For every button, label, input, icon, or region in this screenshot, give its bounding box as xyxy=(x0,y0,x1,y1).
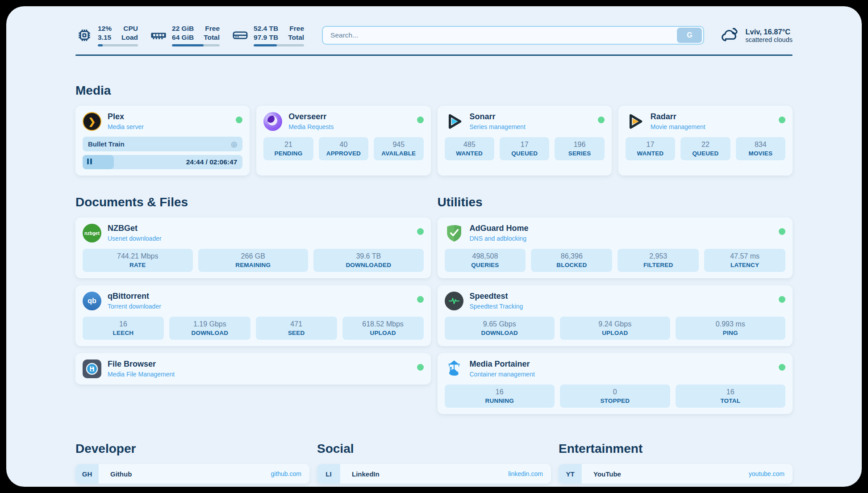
memory-progress-bar xyxy=(172,44,220,46)
status-online-dot xyxy=(417,117,424,123)
link-abbr-badge: YT xyxy=(559,464,582,484)
playback-progress-bar: 24:44 / 02:06:47 xyxy=(83,155,242,169)
search-bar[interactable]: G xyxy=(322,26,704,45)
disk-free-label: Free xyxy=(288,24,304,33)
section-title-social: Social xyxy=(317,442,551,456)
stat-label: RUNNING xyxy=(447,397,552,404)
weather-widget: Lviv, 16.87°C scattered clouds xyxy=(720,26,793,44)
stat-label: MOVIES xyxy=(739,150,783,157)
search-engine-button[interactable]: G xyxy=(677,28,702,43)
app-card-radarr[interactable]: Radarr Movie management 17 WANTED 22 QUE… xyxy=(618,106,793,175)
stat-value: 17 xyxy=(628,141,672,149)
disk-free-value: 52.4 TB xyxy=(254,24,278,33)
memory-total-label: Total xyxy=(204,33,220,42)
dashboard-panel: 12% 3.15 CPU Load xyxy=(6,6,862,487)
stat-label: QUERIES xyxy=(447,262,523,268)
stat-value: 17 xyxy=(502,141,547,149)
adguard-icon xyxy=(445,224,463,242)
stat-label: SERIES xyxy=(557,150,601,157)
link-name: YouTube xyxy=(593,470,749,478)
cpu-load-value: 3.15 xyxy=(98,33,112,42)
stat-download: 1.19 Gbps DOWNLOAD xyxy=(169,317,250,340)
stat-label: AVAILABLE xyxy=(376,150,421,157)
section-title-documents: Documents & Files xyxy=(75,195,431,209)
playback-progress-elapsed xyxy=(83,155,114,169)
app-card-filebrowser[interactable]: File Browser Media File Management xyxy=(75,353,431,384)
section-title-media: Media xyxy=(75,84,793,98)
stat-rate: 744.21 Mbps RATE xyxy=(83,249,193,272)
status-online-dot xyxy=(779,296,785,303)
cpu-icon xyxy=(75,26,93,44)
stat-label: QUEUED xyxy=(683,150,727,157)
app-subtitle-portainer: Container management xyxy=(470,371,779,378)
stat-value: 266 GB xyxy=(201,252,306,260)
search-input[interactable] xyxy=(324,31,677,39)
radarr-icon xyxy=(626,112,644,131)
app-card-sonarr[interactable]: Sonarr Series management 485 WANTED 17 Q… xyxy=(438,106,612,175)
header-divider xyxy=(75,54,793,56)
app-subtitle-plex: Media server xyxy=(108,123,236,130)
app-card-overseerr[interactable]: Overseerr Media Requests 21 PENDING 40 A… xyxy=(256,106,430,175)
now-playing-row: Bullet Train ◎ xyxy=(83,137,242,151)
link-linkedin[interactable]: LI LinkedIn linkedin.com xyxy=(317,464,551,484)
link-github[interactable]: GH Github github.com xyxy=(75,464,309,484)
stat-upload: 618.52 Mbps UPLOAD xyxy=(342,317,424,340)
app-card-nzbget[interactable]: nzbget NZBGet Usenet downloader 744.21 M… xyxy=(75,217,431,278)
app-card-portainer[interactable]: Media Portainer Container management 16 … xyxy=(438,353,793,414)
stat-value: 498,508 xyxy=(447,252,523,260)
section-developer: Developer GH Github github.com SO StackO… xyxy=(75,442,309,487)
stat-label: QUEUED xyxy=(502,150,547,157)
memory-free-label: Free xyxy=(204,24,220,33)
app-name-sonarr: Sonarr xyxy=(470,112,598,122)
app-subtitle-radarr: Movie management xyxy=(651,123,779,130)
stat-value: 2,953 xyxy=(620,252,696,260)
section-title-developer: Developer xyxy=(75,442,309,456)
app-name-plex: Plex xyxy=(108,112,236,122)
stat-label: PENDING xyxy=(266,150,310,157)
stat-download: 9.65 Gbps DOWNLOAD xyxy=(445,317,555,340)
stat-queued: 22 QUEUED xyxy=(680,137,730,160)
section-entertainment: Entertainment YT YouTube youtube.com NF … xyxy=(559,442,793,487)
cpu-widget: 12% 3.15 CPU Load xyxy=(75,24,138,46)
stat-approved: 40 APPROVED xyxy=(319,137,368,160)
stat-value: 0 xyxy=(563,388,668,396)
link-name: Github xyxy=(110,470,271,478)
app-card-adguard[interactable]: AdGuard Home DNS and adblocking 498,508 … xyxy=(438,217,793,278)
memory-free-value: 22 GiB xyxy=(172,24,194,33)
stat-wanted: 485 WANTED xyxy=(445,137,494,160)
stat-value: 618.52 Mbps xyxy=(345,320,421,328)
stat-label: LEECH xyxy=(85,330,161,336)
app-card-speedtest[interactable]: Speedtest Speedtest Tracking 9.65 Gbps D… xyxy=(438,285,793,346)
app-name-portainer: Media Portainer xyxy=(470,359,779,369)
stat-latency: 47.57 ms LATENCY xyxy=(704,249,785,272)
cpu-usage-label: CPU xyxy=(121,24,138,33)
stat-label: REMAINING xyxy=(201,262,306,268)
stat-value: 16 xyxy=(447,388,552,396)
disk-total-label: Total xyxy=(288,33,304,42)
stat-value: 1.19 Gbps xyxy=(172,320,248,328)
section-title-entertainment: Entertainment xyxy=(559,442,793,456)
disk-widget: 52.4 TB 97.9 TB Free Total xyxy=(231,24,304,46)
qbittorrent-icon: qb xyxy=(83,292,101,310)
status-online-dot xyxy=(779,228,785,235)
stat-value: 47.57 ms xyxy=(707,252,783,260)
stat-ping: 0.993 ms PING xyxy=(676,317,786,340)
app-card-plex[interactable]: ❯ Plex Media server Bullet Train ◎ xyxy=(75,106,250,175)
stat-blocked: 86,396 BLOCKED xyxy=(531,249,612,272)
stat-label: DOWNLOAD xyxy=(447,330,552,336)
stat-value: 39.6 TB xyxy=(316,252,421,260)
weather-condition: scattered clouds xyxy=(745,36,793,43)
link-url: linkedin.com xyxy=(508,470,543,477)
link-youtube[interactable]: YT YouTube youtube.com xyxy=(559,464,793,484)
stat-value: 16 xyxy=(678,388,783,396)
app-name-nzbget: NZBGet xyxy=(108,224,417,234)
status-online-dot xyxy=(417,296,424,303)
stat-label: WANTED xyxy=(628,150,672,157)
stat-downloaded: 39.6 TB DOWNLOADED xyxy=(313,249,424,272)
stat-remaining: 266 GB REMAINING xyxy=(198,249,309,272)
link-abbr-badge: GH xyxy=(75,464,99,484)
disk-icon xyxy=(231,26,249,44)
cpu-progress-fill xyxy=(98,44,103,46)
stat-value: 22 xyxy=(683,141,727,149)
app-card-qbittorrent[interactable]: qb qBittorrent Torrent downloader 16 LEE… xyxy=(75,285,431,346)
